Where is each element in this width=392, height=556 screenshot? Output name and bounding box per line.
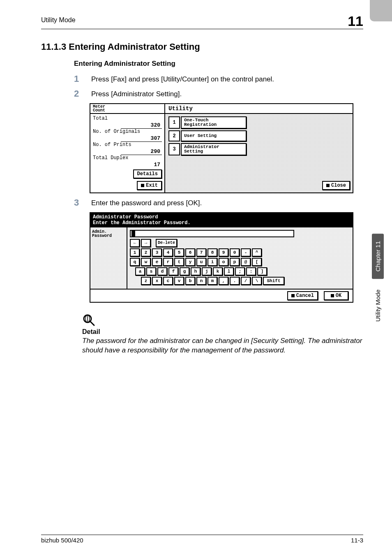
utility-item-2[interactable]: 2 User Setting	[168, 130, 349, 141]
utility-item-1-num: 1	[168, 116, 180, 129]
utility-item-2-num: 2	[168, 130, 180, 141]
key-3[interactable]: 3	[152, 248, 162, 257]
stat-originals-value: 307	[121, 135, 162, 142]
key-/[interactable]: /	[241, 277, 251, 285]
ok-button[interactable]: OK	[324, 291, 348, 300]
password-input[interactable]	[130, 230, 294, 237]
running-head-title: Utility Mode	[41, 16, 76, 24]
svg-line-3	[90, 322, 94, 325]
password-header-l1: Administrator Password	[93, 214, 158, 220]
key-x[interactable]: x	[152, 277, 162, 285]
key-][interactable]: ]	[257, 267, 267, 276]
arrow-left-key[interactable]: ←	[130, 239, 140, 247]
cancel-button[interactable]: Cancel	[287, 291, 318, 300]
key-e[interactable]: e	[152, 258, 162, 266]
delete-key[interactable]: De-lete	[156, 239, 177, 247]
shift-key[interactable]: Shift	[263, 277, 284, 285]
key-y[interactable]: y	[185, 258, 195, 266]
meter-l2: Count	[93, 108, 105, 113]
key-4[interactable]: 4	[163, 248, 173, 257]
keyboard-area: ← → De-lete 1234567890-^ qwertyuiop@[ as…	[127, 227, 353, 289]
key-@[interactable]: @	[241, 258, 251, 266]
footer-left: bizhub 500/420	[41, 537, 83, 544]
password-screenshot: Administrator Password Enter the Adminis…	[90, 212, 353, 303]
password-header-l2: Enter the Administrator Password.	[93, 220, 191, 226]
key-0[interactable]: 0	[230, 248, 240, 257]
key-[[interactable]: [	[252, 258, 262, 266]
utility-item-1[interactable]: 1 One-Touch Registration	[168, 116, 349, 129]
step-1-number: 1	[74, 74, 91, 84]
key-row-2: qwertyuiop@[	[130, 258, 350, 266]
stat-prints-label: No. of Prints	[93, 142, 162, 148]
utility-item-1-l2: Registration	[184, 122, 217, 127]
key-\[interactable]: \	[252, 277, 262, 285]
key-6[interactable]: 6	[185, 248, 195, 257]
stat-total-label: Total	[93, 116, 162, 121]
key-9[interactable]: 9	[219, 248, 228, 257]
key-i[interactable]: i	[208, 258, 217, 266]
exit-button[interactable]: Exit	[137, 181, 162, 190]
key-a[interactable]: a	[135, 267, 145, 276]
key-^[interactable]: ^	[252, 248, 262, 257]
meter-count-panel: Meter Count Total 320 No. of Originals 3…	[90, 104, 165, 192]
key-u[interactable]: u	[196, 258, 206, 266]
utility-panel: Utility 1 One-Touch Registration 2 User …	[165, 104, 353, 192]
key-m[interactable]: m	[208, 277, 217, 285]
step-3-text: Enter the password and press [OK].	[91, 197, 202, 207]
key-l[interactable]: l	[224, 267, 234, 276]
step-3-number: 3	[74, 197, 91, 208]
stat-prints-value: 290	[121, 148, 162, 155]
key-t[interactable]: t	[174, 258, 184, 266]
meter-count-heading: Meter Count	[90, 104, 164, 114]
key-c[interactable]: c	[163, 277, 173, 285]
details-button[interactable]: Details	[133, 169, 162, 178]
key-w[interactable]: w	[141, 258, 151, 266]
key-:[interactable]: :	[246, 267, 256, 276]
key-j[interactable]: j	[202, 267, 212, 276]
key-b[interactable]: b	[185, 277, 195, 285]
password-header: Administrator Password Enter the Adminis…	[90, 213, 353, 227]
step-2-text: Press [Administrator Setting].	[91, 88, 182, 98]
side-tab-title: Utility Mode	[372, 282, 384, 329]
utility-item-3-l2: Setting	[184, 149, 203, 154]
key-z[interactable]: z	[141, 277, 151, 285]
detail-body: The password for the administrator can b…	[82, 336, 363, 355]
key-v[interactable]: v	[174, 277, 184, 285]
key-n[interactable]: n	[196, 277, 206, 285]
detail-heading: Detail	[82, 328, 363, 336]
key-r[interactable]: r	[163, 258, 173, 266]
key-,[interactable]: ,	[219, 277, 228, 285]
key-q[interactable]: q	[130, 258, 140, 266]
utility-item-1-label: One-Touch Registration	[181, 116, 247, 129]
key-.[interactable]: .	[230, 277, 240, 285]
key-d[interactable]: d	[157, 267, 167, 276]
key-1[interactable]: 1	[130, 248, 140, 257]
key-s[interactable]: s	[146, 267, 156, 276]
key-g[interactable]: g	[180, 267, 189, 276]
side-tab-chapter: Chapter 11	[372, 234, 384, 279]
password-left-l2: Password	[92, 234, 112, 238]
key-p[interactable]: p	[230, 258, 240, 266]
key-2[interactable]: 2	[141, 248, 151, 257]
text-caret-icon	[131, 231, 135, 236]
key-row-nav: ← → De-lete	[130, 239, 350, 247]
key-8[interactable]: 8	[208, 248, 217, 257]
footer-right: 11-3	[351, 537, 363, 544]
key-o[interactable]: o	[219, 258, 228, 266]
key-7[interactable]: 7	[196, 248, 206, 257]
key-k[interactable]: k	[213, 267, 223, 276]
key-;[interactable]: ;	[235, 267, 245, 276]
password-left-label: Admin. Password	[90, 227, 127, 289]
utility-item-3[interactable]: 3 Administrator Setting	[168, 143, 349, 155]
step-2-number: 2	[74, 88, 91, 99]
stat-originals-label: No. of Originals	[93, 129, 162, 134]
subsection-heading: Entering Administrator Setting	[74, 60, 363, 68]
key-f[interactable]: f	[168, 267, 178, 276]
key-row-4: zxcvbnm,./\ Shift	[141, 277, 350, 285]
key-5[interactable]: 5	[174, 248, 184, 257]
key--[interactable]: -	[241, 248, 251, 257]
running-head: Utility Mode 11	[41, 16, 363, 29]
key-h[interactable]: h	[191, 267, 201, 276]
arrow-right-key[interactable]: →	[141, 239, 151, 247]
close-button[interactable]: Close	[322, 181, 350, 190]
